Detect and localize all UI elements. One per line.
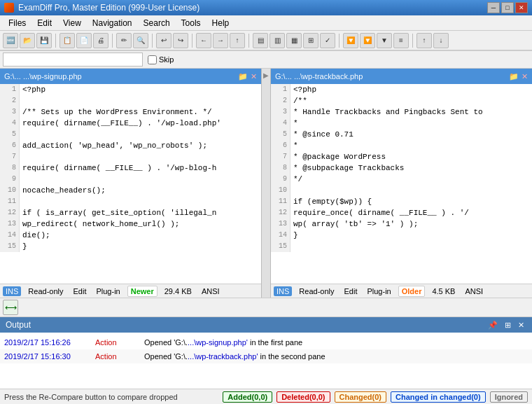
nav-forward[interactable]: →	[213, 33, 228, 48]
code-line: 7	[0, 151, 261, 162]
code-line: 14 die();	[0, 230, 261, 241]
right-folder-icon[interactable]: 📁	[509, 72, 519, 81]
code-line: 10nocache_headers();	[0, 185, 261, 196]
nav-back[interactable]: ←	[196, 33, 211, 48]
menu-navigation[interactable]: Navigation	[87, 17, 138, 29]
undo-button[interactable]: ↩	[156, 33, 172, 48]
output-close-button[interactable]: ✕	[516, 321, 526, 330]
view3-button[interactable]: ▦	[286, 33, 302, 48]
left-edit[interactable]: Edit	[70, 286, 89, 296]
right-pane-header: G:\... ...\wp-trackback.php 📁 ✕	[271, 69, 532, 84]
sep-7	[412, 34, 413, 48]
right-close-icon[interactable]: ✕	[522, 72, 528, 81]
open-button[interactable]: 📂	[20, 33, 35, 48]
badge-added: Added(0,0)	[223, 391, 272, 403]
nav-up[interactable]: ↑	[416, 33, 432, 48]
copy-button[interactable]: 📋	[59, 33, 75, 48]
code-line: 9	[0, 174, 261, 185]
sync-button[interactable]: ⟷	[3, 300, 18, 315]
left-readonly[interactable]: Read-only	[25, 286, 66, 296]
code-line: 13 wp( array( 'tb' => '1' ) );	[271, 218, 532, 230]
left-encoding: ANSI	[199, 286, 223, 296]
left-pane: G:\... ...\wp-signup.php 📁 ✕ 1<?php23/**…	[0, 69, 261, 298]
code-line: 9 */	[271, 174, 532, 185]
output-header: Output 📌 ⊞ ✕	[0, 317, 532, 333]
skip-check[interactable]: Skip	[148, 55, 174, 64]
right-edit[interactable]: Edit	[341, 286, 360, 296]
code-line: 12if ( is_array( get_site_option( 'illeg…	[0, 207, 261, 218]
left-code-area[interactable]: 1<?php23/** Sets up the WordPress Enviro…	[0, 84, 261, 284]
menu-tools[interactable]: Tools	[176, 17, 206, 29]
out-time-2: 2019/2/17 15:16:30	[4, 352, 95, 361]
paste-button[interactable]: 📄	[76, 33, 92, 48]
badge-changed: Changed(0)	[335, 391, 387, 403]
nav-down[interactable]: ↓	[433, 33, 449, 48]
path-combo[interactable]	[3, 53, 143, 67]
filter4-button[interactable]: ≡	[393, 33, 409, 48]
right-plugin[interactable]: Plug-in	[364, 286, 393, 296]
left-plugin[interactable]: Plug-in	[93, 286, 122, 296]
right-size: 4.5 KB	[429, 286, 458, 296]
badge-ignored: Ignored	[490, 391, 528, 403]
menu-search[interactable]: Search	[138, 17, 176, 29]
skip-label: Skip	[159, 55, 174, 64]
menu-files[interactable]: Files	[3, 17, 31, 29]
left-close-icon[interactable]: ✕	[251, 72, 257, 81]
save-button[interactable]: 💾	[36, 33, 52, 48]
view2-button[interactable]: ▥	[270, 33, 285, 48]
nav-prev[interactable]: ↑	[230, 33, 245, 48]
code-line: 12 require_once( dirname( __FILE__ ) . '…	[271, 207, 532, 218]
maximize-button[interactable]: □	[501, 2, 514, 13]
code-line: 5	[0, 129, 261, 140]
print-button[interactable]: 🖨	[93, 33, 108, 48]
left-size: 29.4 KB	[162, 286, 195, 296]
left-header-path: G:\... ...\wp-signup.php	[4, 72, 82, 81]
filter1-button[interactable]: 🔽	[343, 33, 358, 48]
skip-checkbox[interactable]	[148, 55, 157, 64]
output-content: 2019/2/17 15:16:26 Action Opened 'G:\. .…	[0, 333, 532, 389]
app-icon	[4, 3, 14, 13]
code-line: 13 wp_redirect( network_home_url() );	[0, 218, 261, 230]
output-float-button[interactable]: ⊞	[503, 321, 513, 330]
close-button[interactable]: ✕	[515, 2, 528, 13]
redo-button[interactable]: ↪	[173, 33, 188, 48]
output-pin-button[interactable]: 📌	[486, 321, 500, 330]
out-action-1: Action	[95, 338, 144, 347]
view1-button[interactable]: ▤	[253, 33, 268, 48]
minimize-button[interactable]: ─	[487, 2, 500, 13]
left-pane-header: G:\... ...\wp-signup.php 📁 ✕	[0, 69, 261, 84]
code-line: 15	[271, 241, 532, 252]
filter3-button[interactable]: ▼	[377, 33, 392, 48]
badge-changed-in-changed: Changed in changed(0)	[391, 391, 486, 403]
edit-button[interactable]: ✏	[116, 33, 132, 48]
filter2-button[interactable]: 🔽	[360, 33, 375, 48]
code-line: 1<?php	[271, 84, 532, 95]
menu-bar: Files Edit View Navigation Search Tools …	[0, 15, 532, 31]
find-button[interactable]: 🔍	[133, 33, 148, 48]
view4-button[interactable]: ⊞	[303, 33, 318, 48]
code-line: 11if (empty($wp)) {	[271, 196, 532, 207]
lower-section: Output 📌 ⊞ ✕ 2019/2/17 15:16:26 Action O…	[0, 317, 532, 389]
output-row-2: 2019/2/17 15:16:30 Action Opened 'G:\. .…	[0, 349, 532, 363]
menu-edit[interactable]: Edit	[31, 17, 57, 29]
right-pane: G:\... ...\wp-trackback.php 📁 ✕ 1<?php2/…	[271, 69, 532, 298]
right-file-path: G:\... ...\wp-trackback.php	[275, 72, 363, 81]
left-ins: INS	[3, 286, 21, 296]
right-encoding: ANSI	[462, 286, 486, 296]
right-header-controls: 📁 ✕	[509, 72, 528, 81]
left-folder-icon[interactable]: 📁	[238, 72, 248, 81]
new-button[interactable]: 🆕	[3, 33, 18, 48]
code-line: 3/** Sets up the WordPress Environment. …	[0, 106, 261, 118]
menu-view[interactable]: View	[57, 17, 87, 29]
right-code-area[interactable]: 1<?php2/**3 * Handle Trackbacks and Ping…	[271, 84, 532, 284]
out-msg-1: Opened 'G:\.	[144, 338, 188, 347]
out-msg-1b: in the first pane	[248, 338, 302, 347]
menu-help[interactable]: Help	[206, 17, 235, 29]
sep-4	[192, 34, 192, 48]
right-readonly[interactable]: Read-only	[296, 286, 337, 296]
code-line: 14}	[271, 230, 532, 241]
middle-gutter: ▶	[261, 69, 271, 298]
out-msg-2: Opened 'G:\.	[144, 352, 188, 361]
view5-button[interactable]: ✓	[320, 33, 335, 48]
code-line: 3 * Handle Trackbacks and Pingbacks Sent…	[271, 106, 532, 118]
